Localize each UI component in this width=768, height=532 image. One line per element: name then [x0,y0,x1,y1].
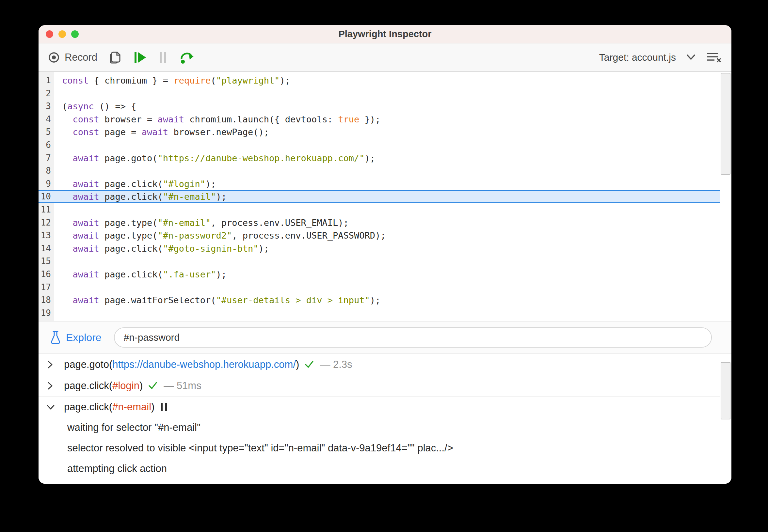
log-entry-text: page.goto(https://danube-webshop.herokua… [64,359,299,370]
code-text: const { chromium } = require("playwright… [54,74,290,87]
target-selector[interactable]: Target: account.js [599,52,676,63]
log-detail-line: selector resolved to visible <input type… [39,438,720,458]
code-text: const page = await browser.newPage(); [54,126,269,139]
code-text: await page.type("#n-password2", process.… [54,229,386,242]
log-entry[interactable]: page.click(#login)— 51ms [39,375,720,397]
toolbar: Record [39,43,731,72]
log-entry[interactable]: page.goto(https://danube-webshop.herokua… [39,354,720,375]
chevron-down-icon[interactable] [686,54,696,61]
line-number: 15 [39,255,54,268]
title-bar: Playwright Inspector [39,25,731,43]
duration-label: — 2.3s [320,359,352,370]
chevron-down-icon[interactable] [46,403,64,411]
log-scrollbar-track[interactable] [720,354,731,484]
code-line-highlighted: 10 await page.click("#n-email"); [39,190,720,203]
code-editor: 1const { chromium } = require("playwrigh… [39,72,731,321]
line-number: 13 [39,229,54,242]
log-entry[interactable]: page.click(#n-email) [39,397,720,417]
log-detail-line: waiting for selector "#n-email" [39,417,720,438]
explore-bar: Explore [39,321,731,354]
clear-log-icon[interactable] [706,52,722,63]
line-number: 9 [39,178,54,191]
traffic-lights [46,25,79,43]
selector-input[interactable] [114,327,712,348]
playwright-inspector-window: Playwright Inspector Record [39,25,731,484]
running-pause-icon [161,403,167,411]
line-number: 4 [39,113,54,126]
explore-label: Explore [66,332,102,344]
window-title: Playwright Inspector [39,29,731,39]
target-label: Target: [599,52,629,63]
log-scrollbar-thumb[interactable] [721,362,730,419]
chevron-right-icon[interactable] [46,381,64,391]
target-value: account.js [629,52,676,63]
target-area: Target: account.js [599,52,722,63]
code-text: await page.click("#n-email"); [54,191,227,202]
close-window-button[interactable] [46,30,53,38]
code-line: 9 await page.click("#login"); [39,178,720,191]
check-icon [148,381,158,390]
zoom-window-button[interactable] [71,30,79,38]
action-log: page.goto(https://danube-webshop.herokua… [39,354,731,484]
code-text: (async () => { [54,100,136,113]
line-number: 19 [39,307,54,320]
code-text [54,281,62,294]
copy-icon [108,50,122,65]
flask-icon [50,330,61,345]
log-url[interactable]: https://danube-webshop.herokuapp.com/ [112,359,296,370]
minimize-window-button[interactable] [58,30,66,38]
line-number: 8 [39,164,54,178]
log-selector: #login [112,380,139,391]
line-number: 3 [39,100,54,113]
pause-button[interactable] [158,51,168,64]
code-line: 4 const browser = await chromium.launch(… [39,113,720,126]
code-text [54,203,62,216]
line-number: 2 [39,87,54,100]
code-line: 14 await page.click("#goto-signin-btn"); [39,242,720,255]
code-text [54,139,62,152]
code-line: 6 [39,139,720,152]
line-number: 11 [39,203,54,216]
resume-icon [133,51,147,64]
code-scrollbar-thumb[interactable] [721,73,730,175]
code-line: 19 [39,307,720,320]
code-line: 11 [39,203,720,216]
line-number: 10 [39,191,54,202]
pause-icon [158,51,168,64]
code-text [54,87,62,100]
log-list: page.goto(https://danube-webshop.herokua… [39,354,720,484]
code-line: 3(async () => { [39,100,720,113]
code-text [54,255,62,268]
log-entry-text: page.click(#login) [64,380,143,392]
line-number: 16 [39,268,54,281]
code-line: 18 await page.waitForSelector("#user-det… [39,294,720,307]
log-entry-text: page.click(#n-email) [64,401,154,413]
code-text [54,307,62,320]
line-number: 12 [39,216,54,229]
code-text: await page.click(".fa-user"); [54,268,227,281]
log-selector: #n-email [112,401,151,413]
code-line: 5 const page = await browser.newPage(); [39,126,720,139]
check-icon [304,360,314,369]
step-over-icon [179,51,194,64]
code-line: 12 await page.type("#n-email", process.e… [39,216,720,229]
line-number: 14 [39,242,54,255]
code-lines: 1const { chromium } = require("playwrigh… [39,72,720,321]
code-text: await page.type("#n-email", process.env.… [54,216,349,229]
step-over-button[interactable] [179,51,194,64]
code-text: const browser = await chromium.launch({ … [54,113,380,126]
copy-button[interactable] [108,50,122,65]
code-line: 16 await page.click(".fa-user"); [39,268,720,281]
line-number: 17 [39,281,54,294]
code-scrollbar-track[interactable] [720,72,731,321]
record-button[interactable]: Record [48,51,97,64]
code-line: 7 await page.goto("https://danube-websho… [39,152,720,165]
explore-button[interactable]: Explore [50,330,102,345]
line-number: 6 [39,139,54,152]
line-number: 7 [39,152,54,165]
code-text: await page.waitForSelector("#user-detail… [54,294,380,307]
chevron-right-icon[interactable] [46,360,64,369]
code-line: 1const { chromium } = require("playwrigh… [39,74,720,87]
resume-button[interactable] [133,51,147,64]
code-line: 17 [39,281,720,294]
